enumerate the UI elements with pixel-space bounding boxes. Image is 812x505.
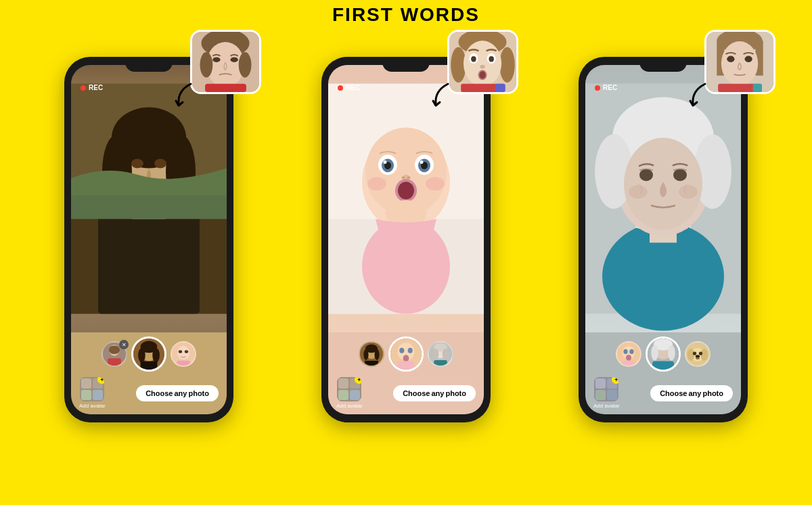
- choose-photo-btn-3[interactable]: Choose any photo: [650, 385, 733, 401]
- add-avatar-icon-2[interactable]: +: [337, 377, 361, 401]
- phone-frame-3: REC: [579, 57, 748, 422]
- choose-photo-btn-1[interactable]: Choose any photo: [136, 385, 219, 401]
- svg-point-66: [402, 177, 405, 179]
- svg-point-17: [154, 159, 166, 169]
- thumb-dog-3[interactable]: [685, 341, 710, 367]
- svg-point-128: [668, 345, 675, 361]
- svg-rect-95: [350, 390, 360, 400]
- svg-point-120: [623, 349, 627, 354]
- page-title: FIRST WORDS: [332, 0, 480, 25]
- svg-rect-140: [595, 390, 606, 400]
- svg-rect-37: [93, 390, 103, 400]
- choose-photo-bold-1: any: [174, 389, 187, 397]
- queen-svg: [585, 65, 741, 332]
- rec-dot-2: [338, 85, 343, 91]
- svg-point-134: [693, 351, 696, 355]
- phone-bottom-3: + Add avatar Choose any photo: [585, 332, 741, 414]
- phone-actions-3: + Add avatar Choose any photo: [591, 377, 736, 409]
- phone-notch-3: [639, 57, 687, 72]
- thumb-baby-active-2[interactable]: [388, 336, 424, 372]
- rec-indicator-3: REC: [595, 84, 617, 91]
- choose-photo-btn-2[interactable]: Choose any photo: [393, 385, 476, 401]
- thumb-baby-3[interactable]: [616, 341, 641, 367]
- svg-point-81: [399, 348, 404, 353]
- page-header: FIRST WORDS: [0, 0, 812, 27]
- floating-face-1: [190, 30, 261, 94]
- svg-point-4: [231, 57, 238, 62]
- svg-rect-5: [205, 84, 246, 92]
- phone-notch-2: [382, 57, 430, 72]
- add-avatar-icon-3[interactable]: +: [594, 377, 618, 401]
- svg-point-76: [363, 349, 368, 360]
- svg-point-6: [200, 52, 213, 77]
- rec-label-2: REC: [346, 84, 360, 91]
- arrow-icon-3: [685, 81, 712, 108]
- thumb-x-btn-1[interactable]: ✕: [119, 340, 129, 349]
- rec-label-3: REC: [603, 84, 617, 91]
- svg-point-127: [651, 345, 658, 361]
- rec-label-1: REC: [89, 84, 103, 91]
- choose-photo-text-1: Choose: [145, 389, 173, 397]
- svg-rect-129: [652, 361, 674, 370]
- rec-indicator-2: REC: [338, 84, 360, 91]
- thumbnails-row-3: [591, 336, 736, 372]
- main-image-3: [585, 65, 741, 332]
- svg-rect-27: [141, 361, 158, 370]
- thumb-queen-active-svg: [648, 338, 679, 370]
- svg-point-101: [727, 56, 734, 62]
- svg-point-49: [479, 71, 485, 79]
- svg-point-25: [138, 348, 145, 362]
- thumb-baby-svg-3: [617, 343, 640, 366]
- main-image-2: [328, 65, 484, 332]
- thumb-mona-active-1[interactable]: [131, 336, 166, 372]
- rec-indicator-1: REC: [81, 84, 103, 91]
- svg-point-88: [432, 349, 438, 359]
- choose-photo-suffix-1: photo: [188, 389, 209, 397]
- svg-point-135: [699, 351, 702, 355]
- thumb-queen-active-3[interactable]: [646, 336, 681, 372]
- svg-point-20: [109, 345, 120, 354]
- add-avatar-badge-2: +: [355, 377, 361, 384]
- thumb-queen-2[interactable]: [428, 341, 453, 367]
- svg-point-117: [679, 185, 698, 199]
- svg-rect-32: [177, 361, 190, 366]
- svg-point-47: [480, 65, 484, 69]
- svg-point-102: [745, 56, 752, 62]
- phone-screen-3: REC: [585, 65, 741, 414]
- svg-rect-94: [338, 390, 348, 400]
- face-svg-3: [706, 32, 773, 92]
- add-avatar-section-3: + Add avatar: [593, 377, 620, 409]
- phone-notch-1: [125, 57, 173, 72]
- mona-lisa-svg: [71, 65, 227, 332]
- thumb-dog-svg-3: [686, 343, 709, 366]
- svg-point-71: [426, 177, 445, 191]
- thumbnails-row-2: [334, 336, 478, 372]
- svg-rect-123: [622, 361, 635, 366]
- svg-point-63: [384, 160, 387, 164]
- choose-photo-suffix-3: photo: [702, 389, 723, 397]
- svg-point-116: [629, 185, 648, 199]
- svg-point-70: [367, 177, 386, 191]
- add-avatar-section-2: + Add avatar: [336, 377, 363, 409]
- svg-point-82: [408, 348, 413, 353]
- floating-face-2: [447, 30, 518, 94]
- svg-rect-92: [338, 378, 348, 389]
- svg-point-30: [179, 350, 182, 353]
- thumb-baby-1[interactable]: [171, 341, 196, 367]
- thumb-baby-svg-1: [172, 343, 195, 366]
- svg-rect-36: [81, 390, 91, 400]
- svg-point-41: [499, 47, 514, 82]
- choose-photo-bold-3: any: [688, 389, 701, 397]
- add-avatar-label-3: Add avatar: [593, 403, 620, 409]
- choose-photo-bold-2: any: [431, 389, 444, 397]
- arrow-icon-2: [428, 81, 455, 108]
- add-avatar-icon-1[interactable]: +: [80, 377, 104, 401]
- add-avatar-badge-3: +: [612, 377, 618, 384]
- thumb-mona-2[interactable]: [359, 341, 384, 367]
- phone-screen-2: REC: [328, 65, 484, 414]
- svg-point-64: [420, 160, 424, 164]
- svg-point-69: [398, 182, 414, 200]
- phones-container: REC: [0, 27, 812, 422]
- phone-section-3: REC: [541, 30, 785, 422]
- svg-point-77: [374, 349, 379, 360]
